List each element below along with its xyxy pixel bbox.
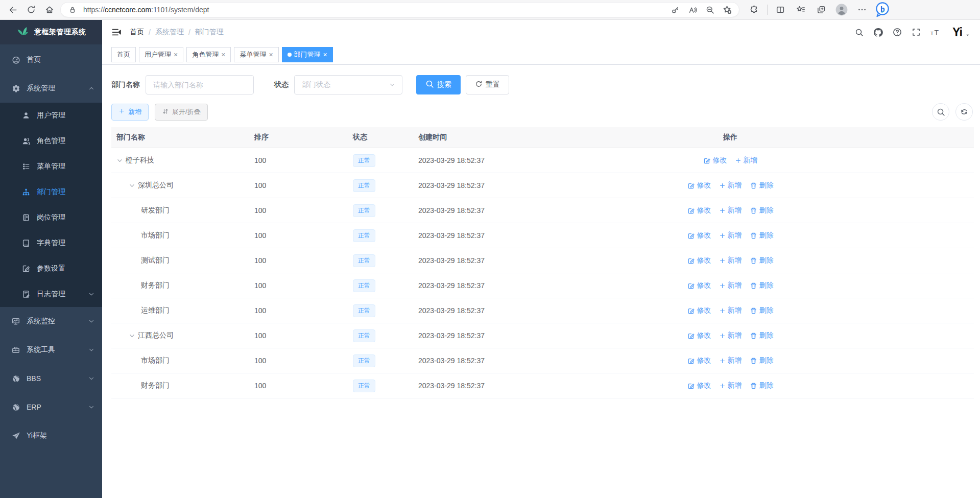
- log-icon: [21, 290, 31, 298]
- favorites-list-icon[interactable]: [793, 2, 808, 17]
- row-action-edit[interactable]: 修改: [703, 156, 727, 165]
- expand-collapse-button[interactable]: 展开/折叠: [155, 104, 208, 121]
- row-action-edit[interactable]: 修改: [687, 231, 711, 240]
- favorite-star-icon[interactable]: [721, 3, 734, 16]
- cell-actions: 修改新增删除: [668, 356, 792, 365]
- cell-actions: 修改新增删除: [668, 206, 792, 215]
- cell-status: 正常: [348, 380, 413, 392]
- password-key-icon[interactable]: [668, 3, 682, 16]
- tab-menu[interactable]: 菜单管理×: [234, 47, 278, 62]
- row-action-add[interactable]: 新增: [719, 206, 742, 215]
- sidebar-item-role[interactable]: 角色管理: [0, 128, 102, 154]
- row-action-delete[interactable]: 删除: [750, 281, 774, 290]
- tree-expand-icon[interactable]: [129, 333, 135, 339]
- split-screen-icon[interactable]: [773, 2, 788, 17]
- address-bar[interactable]: https://ccnetcore.com:1101/system/dept: [60, 2, 739, 17]
- lock-icon[interactable]: [66, 3, 79, 16]
- row-action-edit[interactable]: 修改: [687, 206, 711, 215]
- sidebar-item-menu[interactable]: 菜单管理: [0, 154, 102, 179]
- sidebar-item-system[interactable]: 系统管理: [0, 74, 102, 103]
- refresh-icon[interactable]: [23, 2, 39, 17]
- sidebar-item-tool[interactable]: 系统工具: [0, 336, 102, 364]
- row-action-edit[interactable]: 修改: [687, 181, 711, 190]
- toggle-search-button[interactable]: [932, 103, 949, 121]
- plant-logo-icon: [16, 26, 30, 38]
- row-action-edit[interactable]: 修改: [687, 281, 711, 290]
- sidebar-item-home[interactable]: 首页: [0, 45, 102, 74]
- collapse-sidebar-icon[interactable]: [111, 27, 122, 37]
- user-avatar-menu[interactable]: Yi: [952, 27, 971, 38]
- refresh-table-button[interactable]: [955, 103, 973, 121]
- extensions-icon[interactable]: [747, 2, 762, 17]
- tab-user[interactable]: 用户管理×: [139, 47, 183, 62]
- breadcrumb-home[interactable]: 首页: [130, 28, 144, 37]
- collections-icon[interactable]: [814, 2, 829, 17]
- row-action-edit[interactable]: 修改: [687, 306, 711, 315]
- row-action-delete[interactable]: 删除: [750, 356, 774, 365]
- row-action-add[interactable]: 新增: [719, 306, 742, 315]
- row-action-add[interactable]: 新增: [719, 181, 742, 190]
- row-action-add[interactable]: 新增: [719, 256, 742, 265]
- settings-menu-icon[interactable]: [854, 2, 870, 17]
- profile-avatar[interactable]: [834, 2, 849, 17]
- sidebar-item-post[interactable]: 岗位管理: [0, 205, 102, 230]
- cell-sort: 100: [249, 382, 348, 390]
- sidebar-item-yi[interactable]: Yi框架: [0, 421, 102, 450]
- row-action-delete[interactable]: 删除: [750, 306, 774, 315]
- sidebar-item-dept[interactable]: 部门管理: [0, 179, 102, 205]
- close-tab-icon[interactable]: ×: [269, 51, 273, 58]
- tab-dept[interactable]: 部门管理×: [282, 47, 333, 62]
- zoom-out-icon[interactable]: [703, 3, 716, 16]
- sidebar-item-label: 角色管理: [37, 136, 95, 146]
- sidebar-item-dict[interactable]: 字典管理: [0, 230, 102, 256]
- sidebar-item-bbs[interactable]: BBS: [0, 364, 102, 393]
- row-action-add[interactable]: 新增: [719, 381, 742, 390]
- sidebar-item-erp[interactable]: ERP: [0, 393, 102, 421]
- row-action-edit[interactable]: 修改: [687, 256, 711, 265]
- close-tab-icon[interactable]: ×: [221, 51, 225, 58]
- row-action-delete[interactable]: 删除: [750, 256, 774, 265]
- dept-name-input[interactable]: [146, 75, 254, 94]
- row-action-edit[interactable]: 修改: [687, 381, 711, 390]
- url-text[interactable]: https://ccnetcore.com:1101/system/dept: [83, 6, 664, 14]
- tab-role[interactable]: 角色管理×: [186, 47, 231, 62]
- tree-expand-icon[interactable]: [129, 182, 135, 189]
- home-icon[interactable]: [42, 2, 57, 17]
- bing-chat-icon[interactable]: b: [875, 2, 890, 17]
- sidebar-item-monitor[interactable]: 系统监控: [0, 307, 102, 336]
- read-aloud-icon[interactable]: [686, 3, 699, 16]
- table-row: 运维部门100正常2023-03-29 18:52:37修改新增删除: [111, 298, 974, 323]
- app-logo[interactable]: 意框架管理系统: [0, 20, 102, 44]
- tab-home[interactable]: 首页: [111, 47, 136, 62]
- sidebar-item-user[interactable]: 用户管理: [0, 103, 102, 128]
- row-action-add[interactable]: 新增: [719, 231, 742, 240]
- row-action-delete[interactable]: 删除: [750, 181, 774, 190]
- search-button[interactable]: 搜索: [416, 75, 461, 94]
- row-action-edit[interactable]: 修改: [687, 331, 711, 340]
- row-action-add[interactable]: 新增: [719, 331, 742, 340]
- row-action-add[interactable]: 新增: [735, 156, 758, 165]
- help-icon[interactable]: [893, 28, 902, 37]
- sidebar-item-log[interactable]: 日志管理: [0, 281, 102, 307]
- row-action-delete[interactable]: 删除: [750, 331, 774, 340]
- edit-icon: [687, 207, 695, 215]
- search-icon[interactable]: [855, 28, 864, 37]
- row-action-delete[interactable]: 删除: [750, 206, 774, 215]
- reset-button[interactable]: 重置: [466, 75, 509, 94]
- close-tab-icon[interactable]: ×: [174, 51, 178, 58]
- font-size-icon[interactable]: TT: [930, 28, 941, 36]
- back-icon[interactable]: [5, 2, 20, 17]
- row-action-edit[interactable]: 修改: [687, 356, 711, 365]
- close-tab-icon[interactable]: ×: [323, 51, 327, 58]
- fullscreen-icon[interactable]: [912, 28, 921, 37]
- row-action-delete[interactable]: 删除: [750, 231, 774, 240]
- sidebar-item-config[interactable]: 参数设置: [0, 256, 102, 281]
- tree-expand-icon[interactable]: [116, 157, 123, 164]
- add-button[interactable]: 新增: [111, 104, 149, 121]
- status-select[interactable]: 部门状态: [294, 75, 402, 94]
- github-icon[interactable]: [873, 28, 883, 37]
- row-action-add[interactable]: 新增: [719, 356, 742, 365]
- cell-dept-name: 测试部门: [111, 256, 249, 265]
- row-action-delete[interactable]: 删除: [750, 381, 774, 390]
- row-action-add[interactable]: 新增: [719, 281, 742, 290]
